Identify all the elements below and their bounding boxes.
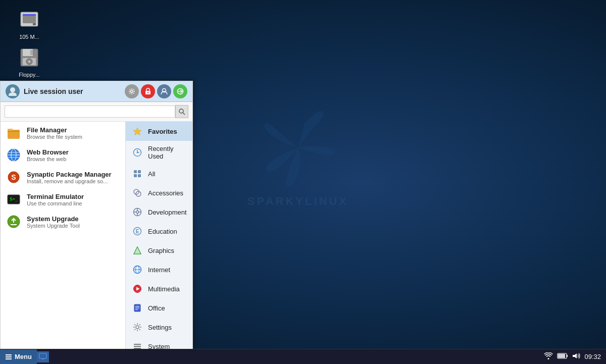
taskbar-indicator[interactable]: [37, 351, 49, 362]
taskbar-menu-button[interactable]: Menu: [0, 349, 37, 364]
internet-icon: [132, 264, 143, 275]
system-label: System: [148, 343, 170, 349]
search-button[interactable]: [175, 105, 188, 118]
terminal-name: Terminal Emulator: [27, 193, 120, 200]
drive-icon: [17, 8, 41, 32]
category-education[interactable]: E Education: [126, 222, 192, 241]
svg-marker-40: [133, 128, 141, 135]
user-avatar: [6, 84, 20, 98]
svg-rect-28: [8, 129, 13, 131]
menu-body: File Manager Browse the file system: [1, 122, 192, 349]
education-label: Education: [148, 228, 177, 235]
account-button[interactable]: [157, 84, 171, 98]
svg-rect-3: [33, 23, 36, 25]
menu-item-terminal[interactable]: $>_ Terminal Emulator Use the command li…: [1, 188, 125, 211]
category-system[interactable]: System: [126, 337, 192, 349]
svg-marker-83: [573, 353, 577, 358]
menu-search: [1, 102, 192, 122]
taskbar-time: 09:32: [584, 353, 601, 360]
svg-rect-75: [6, 356, 12, 357]
taskbar-right: 09:32: [544, 352, 606, 361]
webbrowser-text: Web Browser Browse the web: [27, 148, 120, 162]
development-icon: [132, 206, 143, 218]
favorites-icon: [132, 126, 143, 137]
svg-rect-46: [138, 170, 141, 173]
svg-rect-81: [567, 355, 568, 357]
category-settings[interactable]: Settings: [126, 318, 192, 337]
recently-used-icon: [132, 147, 143, 158]
svg-rect-6: [30, 50, 33, 55]
svg-text:E: E: [136, 229, 139, 234]
menu-item-filemanager[interactable]: File Manager Browse the file system: [1, 122, 125, 144]
category-all[interactable]: All: [126, 164, 192, 183]
sparky-logo-text: SPARKYLINUX: [247, 195, 348, 208]
drive-label: 105 M...: [19, 34, 39, 40]
synaptic-icon: S: [6, 169, 22, 185]
battery-icon[interactable]: [557, 352, 568, 361]
sparky-logo: SPARKYLINUX: [227, 101, 369, 212]
webbrowser-icon: [6, 147, 22, 163]
svg-rect-76: [6, 358, 12, 359]
internet-label: Internet: [148, 266, 170, 274]
username-label: Live session user: [24, 87, 83, 95]
svg-rect-82: [558, 354, 565, 358]
sysupgrade-icon: [6, 214, 22, 230]
menu-left-panel: File Manager Browse the file system: [1, 122, 126, 349]
menu-item-synaptic[interactable]: S Synaptic Package Manager Install, remo…: [1, 166, 125, 188]
svg-point-25: [179, 109, 183, 113]
menu-right-panel: Favorites Recently Used: [126, 122, 192, 349]
svg-point-70: [136, 326, 139, 329]
svg-text:$>_: $>_: [10, 196, 18, 201]
lock-button[interactable]: [141, 84, 155, 98]
logout-button[interactable]: [173, 84, 187, 98]
filemanager-name: File Manager: [27, 126, 120, 134]
svg-point-17: [10, 87, 15, 92]
terminal-icon: $>_: [6, 191, 22, 207]
svg-rect-74: [6, 354, 12, 355]
accessories-label: Accessories: [148, 189, 183, 197]
system-icon: [132, 341, 143, 349]
category-graphics[interactable]: Graphics: [126, 241, 192, 260]
graphics-label: Graphics: [148, 247, 174, 254]
category-development[interactable]: Development: [126, 202, 192, 222]
terminal-desc: Use the command line: [27, 200, 120, 206]
sysupgrade-desc: System Upgrade Tool: [27, 223, 120, 229]
sysupgrade-name: System Upgrade: [27, 215, 120, 223]
webbrowser-name: Web Browser: [27, 148, 120, 156]
filemanager-icon: [6, 125, 22, 141]
svg-rect-48: [138, 174, 141, 177]
menu-item-sysupgrade[interactable]: System Upgrade System Upgrade Tool: [1, 211, 125, 233]
settings-label: Settings: [148, 324, 172, 331]
recently-used-label: Recently Used: [148, 145, 186, 160]
development-label: Development: [148, 209, 187, 216]
webbrowser-desc: Browse the web: [27, 156, 120, 162]
desktop-icon-floppy[interactable]: Floppy...: [9, 45, 49, 78]
svg-text:S: S: [11, 173, 16, 181]
filemanager-desc: Browse the file system: [27, 134, 120, 140]
category-favorites[interactable]: Favorites: [126, 122, 192, 141]
menu-header-user: Live session user: [6, 84, 121, 98]
category-internet[interactable]: Internet: [126, 260, 192, 279]
category-recently-used[interactable]: Recently Used: [126, 141, 192, 164]
floppy-label: Floppy...: [19, 72, 39, 78]
office-label: Office: [148, 304, 165, 312]
category-multimedia[interactable]: Multimedia: [126, 279, 192, 298]
favorites-label: Favorites: [148, 128, 177, 135]
taskbar-menu-label: Menu: [15, 353, 32, 360]
desktop-icon-drive[interactable]: 105 M...: [9, 8, 49, 40]
volume-icon[interactable]: [572, 352, 580, 361]
svg-rect-2: [23, 14, 36, 16]
app-menu: Live session user: [0, 81, 193, 349]
synaptic-text: Synaptic Package Manager Install, remove…: [27, 171, 120, 184]
settings-icon: [132, 322, 143, 333]
office-icon: [132, 302, 143, 314]
menu-item-webbrowser[interactable]: Web Browser Browse the web: [1, 144, 125, 166]
category-accessories[interactable]: Accessories: [126, 183, 192, 202]
search-input[interactable]: [5, 106, 175, 118]
multimedia-icon: [132, 283, 143, 294]
settings-button[interactable]: [125, 84, 139, 98]
wifi-icon[interactable]: [544, 352, 553, 361]
category-office[interactable]: Office: [126, 298, 192, 318]
terminal-text: Terminal Emulator Use the command line: [27, 193, 120, 206]
svg-point-18: [9, 92, 17, 96]
